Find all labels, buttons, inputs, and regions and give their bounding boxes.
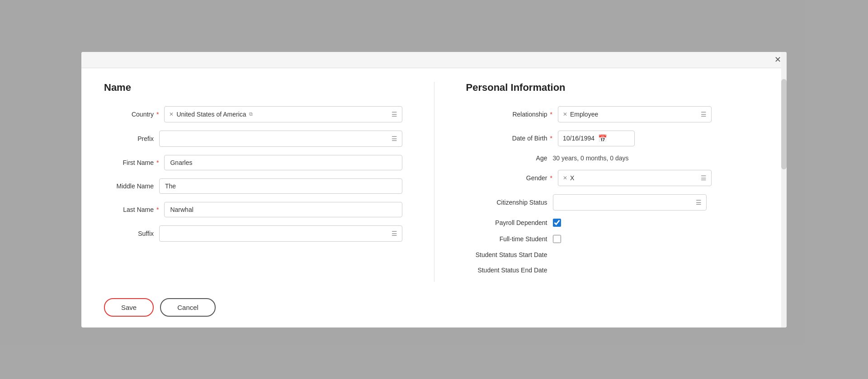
student-start-label: Student Status Start Date — [466, 251, 547, 258]
name-section: Name Country * ✕ United States of Americ… — [104, 82, 402, 282]
country-clear-icon[interactable]: ✕ — [169, 111, 174, 117]
fulltime-student-label: Full-time Student — [466, 235, 547, 243]
first-name-label: First Name — [104, 159, 154, 166]
save-button[interactable]: Save — [104, 298, 154, 317]
close-button[interactable]: ✕ — [774, 56, 781, 64]
scrollbar-thumb[interactable] — [781, 79, 787, 169]
relationship-select[interactable]: ✕ Employee ☰ — [558, 106, 712, 122]
payroll-dependent-label: Payroll Dependent — [466, 219, 547, 226]
modal-dialog: ✕ Name Country * ✕ United States of Amer… — [81, 52, 787, 328]
gender-menu-icon: ☰ — [701, 174, 707, 182]
suffix-select[interactable]: ☰ — [159, 225, 402, 242]
gender-required: * — [550, 174, 552, 182]
fulltime-student-checkbox[interactable] — [553, 235, 561, 243]
gender-value: X — [570, 174, 574, 182]
age-row: Age 30 years, 0 months, 0 days — [466, 154, 764, 162]
prefix-label: Prefix — [104, 135, 154, 142]
cancel-button[interactable]: Cancel — [160, 298, 216, 317]
relationship-menu-icon: ☰ — [701, 111, 707, 118]
relationship-row: Relationship * ✕ Employee ☰ — [466, 106, 764, 122]
last-name-input[interactable] — [164, 202, 402, 217]
gender-row: Gender * ✕ X ☰ — [466, 170, 764, 186]
fulltime-student-row: Full-time Student — [466, 235, 764, 243]
country-row: Country * ✕ United States of America ⧉ ☰ — [104, 106, 402, 122]
age-label: Age — [466, 154, 547, 162]
country-required: * — [156, 111, 159, 118]
modal-body: Name Country * ✕ United States of Americ… — [81, 68, 787, 291]
country-menu-icon: ☰ — [392, 111, 397, 118]
suffix-menu-icon: ☰ — [392, 230, 397, 237]
first-name-required: * — [156, 159, 159, 166]
relationship-label: Relationship — [466, 111, 547, 118]
suffix-row: Suffix ☰ — [104, 225, 402, 242]
dob-row: Date of Birth * 10/16/1994 📅 — [466, 131, 764, 146]
relationship-required: * — [550, 111, 552, 118]
citizenship-menu-icon: ☰ — [696, 199, 702, 206]
country-link-icon[interactable]: ⧉ — [249, 111, 253, 117]
prefix-menu-icon: ☰ — [392, 135, 397, 142]
middle-name-row: Middle Name — [104, 178, 402, 194]
student-start-row: Student Status Start Date — [466, 251, 764, 258]
country-label: Country — [104, 111, 154, 118]
scrollbar-track — [781, 68, 787, 291]
relationship-value: Employee — [570, 111, 598, 118]
age-value: 30 years, 0 months, 0 days — [553, 154, 629, 162]
middle-name-input[interactable] — [159, 178, 402, 194]
prefix-row: Prefix ☰ — [104, 131, 402, 147]
last-name-label: Last Name — [104, 206, 154, 213]
dob-label: Date of Birth — [466, 135, 547, 142]
gender-select[interactable]: ✕ X ☰ — [558, 170, 712, 186]
last-name-required: * — [156, 206, 159, 213]
name-section-title: Name — [104, 82, 402, 94]
modal-header: ✕ — [81, 52, 787, 68]
suffix-label: Suffix — [104, 230, 154, 237]
modal-overlay: ✕ Name Country * ✕ United States of Amer… — [0, 0, 868, 379]
citizenship-label: Citizenship Status — [466, 199, 547, 206]
calendar-icon[interactable]: 📅 — [598, 134, 607, 143]
gender-clear-icon[interactable]: ✕ — [563, 175, 567, 181]
citizenship-row: Citizenship Status ☰ — [466, 194, 764, 211]
first-name-input[interactable] — [164, 155, 402, 170]
relationship-clear-icon[interactable]: ✕ — [563, 111, 567, 117]
country-value: United States of America — [176, 111, 246, 118]
dob-input[interactable]: 10/16/1994 📅 — [558, 131, 635, 146]
country-select[interactable]: ✕ United States of America ⧉ ☰ — [164, 106, 402, 122]
payroll-dependent-row: Payroll Dependent — [466, 219, 764, 227]
citizenship-select[interactable]: ☰ — [553, 194, 707, 211]
section-divider — [434, 82, 434, 282]
first-name-row: First Name * — [104, 155, 402, 170]
payroll-dependent-checkbox[interactable] — [553, 219, 561, 227]
student-end-label: Student Status End Date — [466, 267, 547, 274]
middle-name-label: Middle Name — [104, 182, 154, 190]
prefix-select[interactable]: ☰ — [159, 131, 402, 147]
student-end-row: Student Status End Date — [466, 267, 764, 274]
personal-info-title: Personal Information — [466, 82, 764, 94]
dob-required: * — [550, 135, 552, 142]
last-name-row: Last Name * — [104, 202, 402, 217]
dob-value: 10/16/1994 — [563, 135, 594, 142]
personal-info-section: Personal Information Relationship * ✕ Em… — [466, 82, 764, 282]
gender-label: Gender — [466, 174, 547, 182]
modal-footer: Save Cancel — [81, 291, 787, 328]
